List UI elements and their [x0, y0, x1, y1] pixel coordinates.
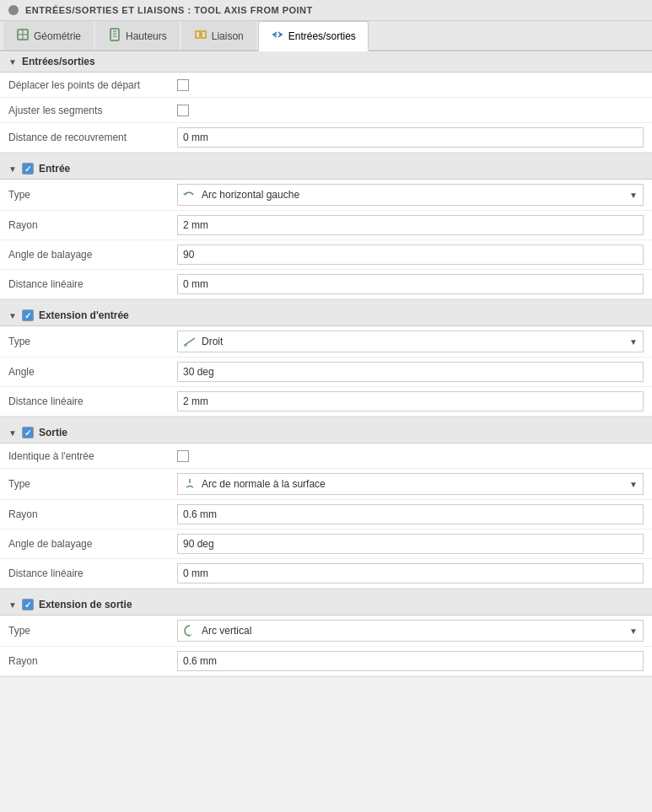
value-sortie-angle-balayage — [177, 534, 644, 554]
droit-icon — [183, 335, 197, 348]
svg-rect-3 — [202, 31, 206, 38]
value-sortie-identique-entree — [177, 450, 644, 462]
input-sortie-angle-balayage[interactable] — [177, 534, 644, 554]
svg-rect-4 — [184, 344, 187, 347]
section-entree: ▼ ✓ Entrée Type Arc horizontal gauche ▼ … — [0, 159, 652, 300]
checkbox-ajuster-segments[interactable] — [177, 105, 189, 116]
value-entree-angle-balayage — [177, 245, 644, 265]
checkbox-sortie-identique-entree[interactable] — [177, 450, 189, 462]
value-ext-sortie-rayon — [177, 651, 644, 671]
tab-liaison-icon — [194, 28, 207, 44]
tab-geometrie-icon — [16, 28, 30, 44]
field-entree-distance-lineaire: Distance linéaire — [0, 270, 652, 299]
value-entree-distance-lineaire — [177, 274, 644, 294]
label-sortie-type: Type — [8, 478, 177, 490]
value-deplacer-points — [177, 79, 644, 91]
select-ext-entree-type-arrow: ▼ — [629, 337, 638, 347]
value-entree-type: Arc horizontal gauche ▼ — [177, 184, 644, 206]
input-sortie-distance-lineaire[interactable] — [177, 563, 644, 583]
section-extension-sortie-arrow: ▼ — [8, 600, 17, 610]
title-bar: ENTRÉES/SORTIES ET LIAISONS : TOOL AXIS … — [0, 0, 652, 21]
section-sortie-title: Sortie — [39, 427, 67, 438]
field-sortie-angle-balayage: Angle de balayage — [0, 530, 652, 559]
select-entree-type[interactable]: Arc horizontal gauche ▼ — [177, 184, 644, 206]
section-entree-header[interactable]: ▼ ✓ Entrée — [0, 159, 652, 180]
section-entrees-sorties-title: Entrées/sorties — [22, 56, 95, 67]
select-ext-entree-type-label: Droit — [202, 336, 223, 347]
input-entree-rayon[interactable] — [177, 215, 644, 235]
field-ext-entree-distance-lineaire: Distance linéaire — [0, 387, 652, 417]
select-ext-entree-type[interactable]: Droit ▼ — [177, 331, 644, 352]
checkbox-entree-header[interactable]: ✓ — [22, 163, 34, 175]
value-ext-entree-type: Droit ▼ — [177, 331, 644, 352]
select-ext-sortie-type[interactable]: Arc vertical ▼ — [177, 620, 644, 642]
input-ext-entree-distance-lineaire[interactable] — [177, 391, 644, 411]
checkbox-extension-entree-header[interactable]: ✓ — [22, 309, 34, 321]
tab-entrees-sorties[interactable]: Entrées/sorties — [258, 21, 369, 51]
label-sortie-identique-entree: Identique à l'entrée — [8, 450, 177, 462]
select-sortie-type-arrow: ▼ — [629, 480, 638, 489]
main-content: ▼ Entrées/sorties Déplacer les points de… — [0, 51, 652, 677]
input-ext-entree-angle[interactable] — [177, 362, 644, 382]
tab-hauteurs[interactable]: Hauteurs — [95, 21, 180, 50]
value-ext-sortie-type: Arc vertical ▼ — [177, 620, 644, 642]
tab-entrees-icon — [271, 28, 284, 44]
section-extension-entree-arrow: ▼ — [8, 311, 17, 320]
section-extension-entree: ▼ ✓ Extension d'entrée Type Droit ▼ Angl… — [0, 305, 652, 417]
label-entree-rayon: Rayon — [8, 219, 177, 231]
arc-horizontal-gauche-icon — [183, 188, 197, 202]
value-entree-rayon — [177, 215, 644, 235]
checkbox-sortie-header[interactable]: ✓ — [22, 427, 34, 438]
section-entrees-sorties-header[interactable]: ▼ Entrées/sorties — [0, 51, 652, 73]
field-sortie-type: Type Arc de normale à la surface ▼ — [0, 469, 652, 500]
label-ext-sortie-rayon: Rayon — [8, 655, 177, 667]
label-distance-recouvrement: Distance de recouvrement — [8, 132, 177, 143]
label-sortie-angle-balayage: Angle de balayage — [8, 538, 177, 550]
tab-entrees-label: Entrées/sorties — [288, 30, 356, 42]
select-ext-sortie-type-label: Arc vertical — [202, 625, 251, 637]
field-ext-sortie-rayon: Rayon — [0, 647, 652, 676]
checkbox-deplacer-points[interactable] — [177, 79, 189, 91]
input-entree-angle-balayage[interactable] — [177, 245, 644, 265]
field-ext-entree-angle: Angle — [0, 358, 652, 387]
section-entree-title: Entrée — [39, 163, 70, 175]
value-sortie-type: Arc de normale à la surface ▼ — [177, 473, 644, 495]
input-ext-sortie-rayon[interactable] — [177, 651, 644, 671]
field-distance-recouvrement: Distance de recouvrement — [0, 123, 652, 153]
section-extension-sortie-title: Extension de sortie — [39, 599, 132, 610]
value-sortie-rayon — [177, 504, 644, 524]
section-extension-entree-header[interactable]: ▼ ✓ Extension d'entrée — [0, 305, 652, 326]
select-entree-type-arrow: ▼ — [629, 191, 638, 200]
label-sortie-rayon: Rayon — [8, 508, 177, 520]
value-ajuster-segments — [177, 105, 644, 116]
section-sortie-header[interactable]: ▼ ✓ Sortie — [0, 422, 652, 444]
title-icon — [8, 5, 19, 15]
field-sortie-distance-lineaire: Distance linéaire — [0, 559, 652, 589]
section-extension-sortie: ▼ ✓ Extension de sortie Type Arc vertica… — [0, 594, 652, 677]
section-sortie-arrow: ▼ — [8, 428, 17, 438]
tab-geometrie[interactable]: Géométrie — [3, 21, 94, 50]
field-sortie-identique-entree: Identique à l'entrée — [0, 444, 652, 469]
field-ext-sortie-type: Type Arc vertical ▼ — [0, 616, 652, 647]
select-entree-type-label: Arc horizontal gauche — [202, 189, 299, 201]
title-text: ENTRÉES/SORTIES ET LIAISONS : TOOL AXIS … — [25, 5, 313, 15]
input-entree-distance-lineaire[interactable] — [177, 274, 644, 294]
value-ext-entree-distance-lineaire — [177, 391, 644, 411]
select-sortie-type[interactable]: Arc de normale à la surface ▼ — [177, 473, 644, 495]
field-ajuster-segments: Ajuster les segments — [0, 98, 652, 123]
label-ext-sortie-type: Type — [8, 625, 177, 637]
input-sortie-rayon[interactable] — [177, 504, 644, 524]
arc-vertical-icon — [183, 624, 197, 637]
field-deplacer-points: Déplacer les points de départ — [0, 73, 652, 98]
tab-liaison[interactable]: Liaison — [181, 21, 256, 50]
checkbox-extension-sortie-header[interactable]: ✓ — [22, 599, 34, 610]
label-deplacer-points: Déplacer les points de départ — [8, 79, 177, 91]
section-extension-sortie-header[interactable]: ▼ ✓ Extension de sortie — [0, 594, 652, 616]
label-ajuster-segments: Ajuster les segments — [8, 105, 177, 116]
field-entree-type: Type Arc horizontal gauche ▼ — [0, 180, 652, 211]
svg-rect-1 — [110, 29, 119, 40]
input-distance-recouvrement[interactable] — [177, 127, 644, 148]
label-entree-angle-balayage: Angle de balayage — [8, 249, 177, 261]
tabs-bar: Géométrie Hauteurs Liaison Entrées/sorti… — [0, 21, 652, 51]
tab-hauteurs-icon — [108, 28, 121, 44]
